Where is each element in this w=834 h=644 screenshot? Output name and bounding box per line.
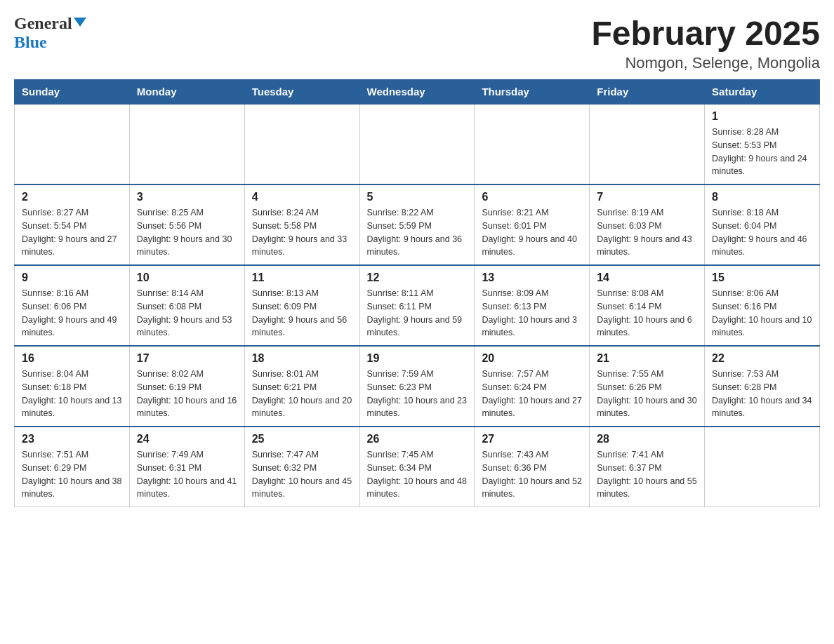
day-number: 8 xyxy=(712,191,812,203)
day-info: Sunrise: 8:27 AMSunset: 5:54 PMDaylight:… xyxy=(22,206,122,259)
day-number: 28 xyxy=(597,433,697,445)
logo-general-text: General xyxy=(14,14,72,33)
calendar-header-row: SundayMondayTuesdayWednesdayThursdayFrid… xyxy=(15,80,820,105)
day-number: 20 xyxy=(482,352,582,365)
day-number: 24 xyxy=(137,433,237,445)
calendar-cell: 17Sunrise: 8:02 AMSunset: 6:19 PMDayligh… xyxy=(129,346,244,427)
day-info: Sunrise: 8:14 AMSunset: 6:08 PMDaylight:… xyxy=(137,287,237,340)
day-info: Sunrise: 7:47 AMSunset: 6:32 PMDaylight:… xyxy=(252,448,352,501)
month-title: February 2025 xyxy=(591,14,820,53)
day-number: 10 xyxy=(137,271,237,284)
day-number: 5 xyxy=(367,191,468,203)
calendar-cell: 8Sunrise: 8:18 AMSunset: 6:04 PMDaylight… xyxy=(705,185,820,265)
calendar-cell: 22Sunrise: 7:53 AMSunset: 6:28 PMDayligh… xyxy=(705,346,820,427)
day-info: Sunrise: 7:43 AMSunset: 6:36 PMDaylight:… xyxy=(482,448,582,501)
logo: General Blue xyxy=(14,14,86,52)
col-header-sunday: Sunday xyxy=(15,80,130,105)
day-number: 18 xyxy=(252,352,352,365)
calendar-cell xyxy=(129,104,244,185)
day-info: Sunrise: 8:18 AMSunset: 6:04 PMDaylight:… xyxy=(712,206,812,259)
calendar-cell: 20Sunrise: 7:57 AMSunset: 6:24 PMDayligh… xyxy=(475,346,590,427)
day-number: 2 xyxy=(22,191,122,203)
col-header-monday: Monday xyxy=(129,80,244,105)
logo-triangle-icon xyxy=(74,18,86,27)
day-number: 13 xyxy=(482,271,582,284)
calendar-week-row: 16Sunrise: 8:04 AMSunset: 6:18 PMDayligh… xyxy=(15,346,820,427)
day-number: 4 xyxy=(252,191,352,203)
day-number: 1 xyxy=(712,110,812,123)
page-header: General Blue February 2025 Nomgon, Selen… xyxy=(14,14,820,72)
day-info: Sunrise: 8:25 AMSunset: 5:56 PMDaylight:… xyxy=(137,206,237,259)
calendar-cell: 23Sunrise: 7:51 AMSunset: 6:29 PMDayligh… xyxy=(15,427,130,507)
col-header-wednesday: Wednesday xyxy=(359,80,475,105)
calendar-cell: 27Sunrise: 7:43 AMSunset: 6:36 PMDayligh… xyxy=(475,427,590,507)
day-number: 26 xyxy=(367,433,468,445)
title-block: February 2025 Nomgon, Selenge, Mongolia xyxy=(591,14,820,72)
calendar-cell: 3Sunrise: 8:25 AMSunset: 5:56 PMDaylight… xyxy=(129,185,244,265)
day-number: 3 xyxy=(137,191,237,203)
calendar-week-row: 1Sunrise: 8:28 AMSunset: 5:53 PMDaylight… xyxy=(15,104,820,185)
day-number: 23 xyxy=(22,433,122,445)
day-info: Sunrise: 7:41 AMSunset: 6:37 PMDaylight:… xyxy=(597,448,697,501)
calendar-cell: 28Sunrise: 7:41 AMSunset: 6:37 PMDayligh… xyxy=(590,427,705,507)
calendar-cell: 6Sunrise: 8:21 AMSunset: 6:01 PMDaylight… xyxy=(475,185,590,265)
day-info: Sunrise: 7:59 AMSunset: 6:23 PMDaylight:… xyxy=(367,368,468,420)
day-info: Sunrise: 7:45 AMSunset: 6:34 PMDaylight:… xyxy=(367,448,468,501)
day-info: Sunrise: 7:51 AMSunset: 6:29 PMDaylight:… xyxy=(22,448,122,501)
day-info: Sunrise: 8:09 AMSunset: 6:13 PMDaylight:… xyxy=(482,287,582,340)
day-info: Sunrise: 8:22 AMSunset: 5:59 PMDaylight:… xyxy=(367,206,468,259)
calendar-cell xyxy=(705,427,820,507)
day-info: Sunrise: 7:53 AMSunset: 6:28 PMDaylight:… xyxy=(712,368,812,420)
calendar-cell: 26Sunrise: 7:45 AMSunset: 6:34 PMDayligh… xyxy=(359,427,475,507)
calendar-cell xyxy=(244,104,359,185)
calendar-cell: 2Sunrise: 8:27 AMSunset: 5:54 PMDaylight… xyxy=(15,185,130,265)
day-number: 27 xyxy=(482,433,582,445)
day-number: 11 xyxy=(252,271,352,284)
day-number: 12 xyxy=(367,271,468,284)
day-number: 15 xyxy=(712,271,812,284)
calendar-cell xyxy=(590,104,705,185)
calendar-cell xyxy=(359,104,475,185)
calendar-cell: 21Sunrise: 7:55 AMSunset: 6:26 PMDayligh… xyxy=(590,346,705,427)
day-info: Sunrise: 8:24 AMSunset: 5:58 PMDaylight:… xyxy=(252,206,352,259)
calendar-cell xyxy=(15,104,130,185)
calendar-cell: 14Sunrise: 8:08 AMSunset: 6:14 PMDayligh… xyxy=(590,265,705,346)
day-info: Sunrise: 8:11 AMSunset: 6:11 PMDaylight:… xyxy=(367,287,468,340)
calendar-week-row: 9Sunrise: 8:16 AMSunset: 6:06 PMDaylight… xyxy=(15,265,820,346)
day-info: Sunrise: 8:01 AMSunset: 6:21 PMDaylight:… xyxy=(252,368,352,420)
day-info: Sunrise: 7:55 AMSunset: 6:26 PMDaylight:… xyxy=(597,368,697,420)
day-number: 14 xyxy=(597,271,697,284)
calendar-cell: 1Sunrise: 8:28 AMSunset: 5:53 PMDaylight… xyxy=(705,104,820,185)
logo-blue-text: Blue xyxy=(14,33,47,52)
calendar-cell: 19Sunrise: 7:59 AMSunset: 6:23 PMDayligh… xyxy=(359,346,475,427)
calendar-cell: 7Sunrise: 8:19 AMSunset: 6:03 PMDaylight… xyxy=(590,185,705,265)
calendar-cell: 18Sunrise: 8:01 AMSunset: 6:21 PMDayligh… xyxy=(244,346,359,427)
day-info: Sunrise: 8:16 AMSunset: 6:06 PMDaylight:… xyxy=(22,287,122,340)
day-info: Sunrise: 8:13 AMSunset: 6:09 PMDaylight:… xyxy=(252,287,352,340)
day-number: 9 xyxy=(22,271,122,284)
calendar-cell xyxy=(475,104,590,185)
calendar-cell: 10Sunrise: 8:14 AMSunset: 6:08 PMDayligh… xyxy=(129,265,244,346)
calendar-cell: 5Sunrise: 8:22 AMSunset: 5:59 PMDaylight… xyxy=(359,185,475,265)
calendar-cell: 4Sunrise: 8:24 AMSunset: 5:58 PMDaylight… xyxy=(244,185,359,265)
calendar-cell: 12Sunrise: 8:11 AMSunset: 6:11 PMDayligh… xyxy=(359,265,475,346)
col-header-friday: Friday xyxy=(590,80,705,105)
day-info: Sunrise: 8:28 AMSunset: 5:53 PMDaylight:… xyxy=(712,126,812,178)
day-number: 22 xyxy=(712,352,812,365)
day-info: Sunrise: 8:06 AMSunset: 6:16 PMDaylight:… xyxy=(712,287,812,340)
calendar-week-row: 23Sunrise: 7:51 AMSunset: 6:29 PMDayligh… xyxy=(15,427,820,507)
day-number: 17 xyxy=(137,352,237,365)
location-title: Nomgon, Selenge, Mongolia xyxy=(591,54,820,72)
col-header-tuesday: Tuesday xyxy=(244,80,359,105)
day-number: 19 xyxy=(367,352,468,365)
day-info: Sunrise: 7:57 AMSunset: 6:24 PMDaylight:… xyxy=(482,368,582,420)
calendar-cell: 25Sunrise: 7:47 AMSunset: 6:32 PMDayligh… xyxy=(244,427,359,507)
calendar-cell: 16Sunrise: 8:04 AMSunset: 6:18 PMDayligh… xyxy=(15,346,130,427)
calendar-cell: 15Sunrise: 8:06 AMSunset: 6:16 PMDayligh… xyxy=(705,265,820,346)
day-number: 21 xyxy=(597,352,697,365)
day-info: Sunrise: 7:49 AMSunset: 6:31 PMDaylight:… xyxy=(137,448,237,501)
calendar-table: SundayMondayTuesdayWednesdayThursdayFrid… xyxy=(14,79,820,507)
day-info: Sunrise: 8:02 AMSunset: 6:19 PMDaylight:… xyxy=(137,368,237,420)
calendar-cell: 13Sunrise: 8:09 AMSunset: 6:13 PMDayligh… xyxy=(475,265,590,346)
day-number: 25 xyxy=(252,433,352,445)
